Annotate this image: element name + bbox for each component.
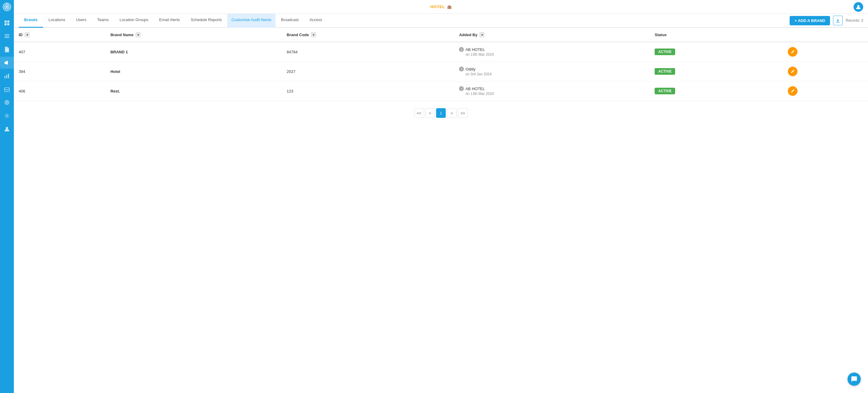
tab-teams[interactable]: Teams (92, 14, 114, 28)
user-avatar[interactable] (854, 2, 863, 12)
cell-status-1: ACTIVE (650, 62, 783, 81)
sidebar-item-person[interactable] (0, 123, 14, 135)
svg-point-22 (6, 127, 8, 129)
svg-rect-17 (4, 88, 9, 92)
page-current-button[interactable]: 1 (436, 108, 446, 118)
tab-users[interactable]: Users (70, 14, 92, 28)
tab-broadcast[interactable]: Broadcast (276, 14, 304, 28)
status-badge-2: ACTIVE (655, 88, 675, 94)
edit-button-2[interactable] (788, 86, 798, 96)
sidebar-item-settings[interactable] (0, 110, 14, 122)
topbar-logo: HOTEL 🏨 (430, 4, 453, 9)
svg-rect-6 (4, 23, 7, 25)
svg-point-23 (857, 5, 859, 7)
records-info: + ADD A BRAND (789, 16, 830, 25)
cell-id-2: 406 (14, 81, 105, 101)
sidebar-item-list[interactable] (0, 30, 14, 42)
sort-icon-brand-code[interactable]: ▾ (311, 32, 316, 37)
tab-brands[interactable]: Brands (19, 14, 43, 28)
cell-added-by-1: i Oditly on 3rd Jan 2024 (454, 62, 650, 81)
status-badge-1: ACTIVE (655, 68, 675, 75)
info-icon-1: i (459, 67, 464, 71)
sidebar-nav (0, 17, 14, 135)
sidebar-item-target[interactable] (0, 96, 14, 109)
records-count: Records: 3 (846, 19, 863, 23)
sort-icon-id[interactable]: ▾ (24, 32, 30, 37)
svg-rect-16 (8, 74, 9, 78)
cell-action-2 (783, 81, 868, 101)
sidebar-item-megaphone[interactable] (0, 57, 14, 69)
add-brand-button[interactable]: + ADD A BRAND (789, 16, 830, 25)
brands-table: ID ▾ Brand Name ▾ Brand Code ▾ (14, 28, 868, 101)
cell-brand-name-0: BRAND 1 (105, 42, 282, 62)
main-content: HOTEL 🏨 Brands Locations Users Teams Loc… (14, 0, 868, 393)
tab-nav: Brands Locations Users Teams Location Gr… (14, 14, 868, 28)
tab-locations[interactable]: Locations (43, 14, 71, 28)
download-button[interactable] (833, 16, 843, 25)
info-icon-0: i (459, 47, 464, 52)
status-badge-0: ACTIVE (655, 49, 675, 55)
cell-brand-code-1: 2027 (282, 62, 454, 81)
table-row: 407 BRAND 1 84784 i AB HOTEL on 13th Mar… (14, 42, 868, 62)
svg-rect-5 (7, 21, 9, 23)
content-area: ID ▾ Brand Name ▾ Brand Code ▾ (14, 28, 868, 393)
sidebar-logo[interactable] (0, 0, 14, 14)
svg-point-2 (6, 6, 8, 8)
sort-icon-added-by[interactable]: ▾ (479, 32, 485, 37)
svg-rect-4 (4, 21, 7, 23)
info-icon-2: i (459, 86, 464, 91)
hotel-logo-icon: 🏨 (447, 4, 452, 9)
cell-added-by-0: i AB HOTEL on 13th Mar 2024 (454, 42, 650, 62)
tab-customise-audit-name[interactable]: Customise Audit Name (227, 14, 276, 28)
svg-rect-7 (7, 23, 9, 25)
page-last-button[interactable]: >> (458, 108, 468, 118)
page-first-button[interactable]: << (414, 108, 424, 118)
tab-email-alerts[interactable]: Email Alerts (154, 14, 185, 28)
page-next-button[interactable]: > (447, 108, 457, 118)
cell-brand-name-2: Rest. (105, 81, 282, 101)
cell-brand-name-1: Hotel (105, 62, 282, 81)
col-header-brand-name: Brand Name ▾ (105, 28, 282, 42)
cell-status-0: ACTIVE (650, 42, 783, 62)
page-prev-button[interactable]: < (425, 108, 435, 118)
svg-point-21 (6, 115, 8, 117)
col-header-id: ID ▾ (14, 28, 105, 42)
sort-icon-brand-name[interactable]: ▾ (135, 32, 141, 37)
cell-action-0 (783, 42, 868, 62)
table-header-row: ID ▾ Brand Name ▾ Brand Code ▾ (14, 28, 868, 42)
sidebar-item-chart[interactable] (0, 70, 14, 82)
sidebar-item-grid[interactable] (0, 17, 14, 29)
cell-brand-code-0: 84784 (282, 42, 454, 62)
pagination: << < 1 > >> (14, 101, 868, 125)
edit-button-0[interactable] (788, 47, 798, 57)
topbar-wrapper: HOTEL 🏨 (19, 2, 863, 12)
svg-rect-9 (4, 36, 9, 36)
sidebar-item-inbox[interactable] (0, 83, 14, 95)
svg-rect-14 (4, 76, 5, 78)
cell-brand-code-2: 123 (282, 81, 454, 101)
topbar-actions (854, 2, 863, 12)
tab-location-groups[interactable]: Location Groups (114, 14, 154, 28)
svg-rect-10 (4, 37, 9, 38)
svg-point-20 (7, 102, 7, 103)
sidebar-item-document[interactable] (0, 43, 14, 56)
cell-status-2: ACTIVE (650, 81, 783, 101)
tab-access[interactable]: Access (304, 14, 328, 28)
sidebar (0, 0, 14, 393)
table-row: 394 Hotel 2027 i Oditly on 3rd Jan 2024 … (14, 62, 868, 81)
svg-rect-8 (4, 34, 9, 35)
cell-action-1 (783, 62, 868, 81)
cell-added-by-2: i AB HOTEL on 13th Mar 2024 (454, 81, 650, 101)
edit-button-1[interactable] (788, 67, 798, 76)
table-row: 406 Rest. 123 i AB HOTEL on 13th Mar 202… (14, 81, 868, 101)
col-header-actions (783, 28, 868, 42)
svg-rect-15 (6, 75, 7, 78)
col-header-status: Status (650, 28, 783, 42)
chat-button[interactable] (847, 372, 861, 386)
col-header-added-by: Added By ▾ (454, 28, 650, 42)
cell-id-0: 407 (14, 42, 105, 62)
hotel-logo-text: HOTEL (430, 4, 445, 9)
cell-id-1: 394 (14, 62, 105, 81)
col-header-brand-code: Brand Code ▾ (282, 28, 454, 42)
tab-schedule-reports[interactable]: Schedule Reports (185, 14, 227, 28)
